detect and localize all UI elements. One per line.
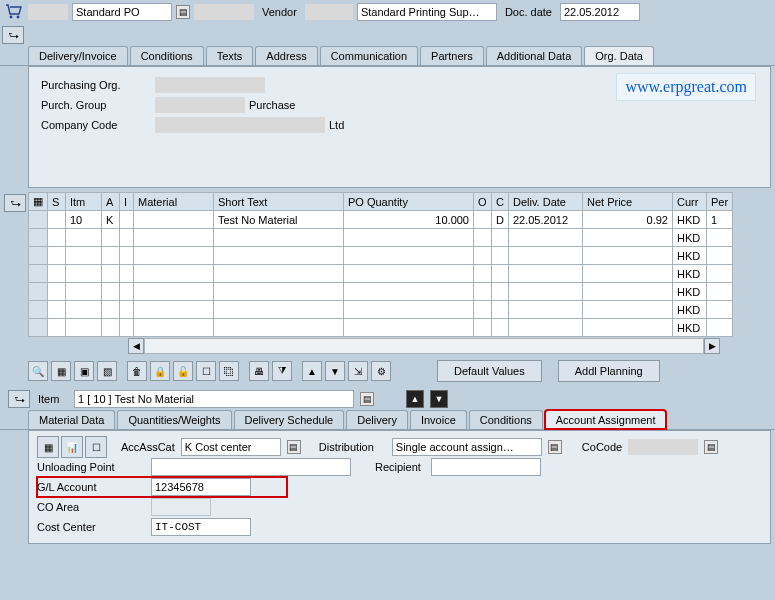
row-select-button[interactable]: [29, 265, 48, 283]
tab-texts[interactable]: Texts: [206, 46, 254, 65]
tab-partners[interactable]: Partners: [420, 46, 484, 65]
delete-icon[interactable]: 🗑: [127, 361, 147, 381]
settings-icon[interactable]: ⚙: [371, 361, 391, 381]
cell[interactable]: HKD: [672, 265, 706, 283]
table-row[interactable]: HKD: [29, 247, 733, 265]
row-select-button[interactable]: [29, 247, 48, 265]
item-grid[interactable]: ▦ S Itm A I Material Short Text PO Quant…: [28, 192, 733, 337]
scroll-right-icon[interactable]: ▶: [704, 338, 720, 354]
vendor-name-input[interactable]: [357, 3, 497, 21]
scroll-left-icon[interactable]: ◀: [128, 338, 144, 354]
lock-icon[interactable]: 🔒: [150, 361, 170, 381]
row-select-button[interactable]: [29, 211, 48, 229]
table-row[interactable]: HKD: [29, 301, 733, 319]
doc-type-input[interactable]: [72, 3, 172, 21]
distribution-input[interactable]: [392, 438, 542, 456]
tab-communication[interactable]: Communication: [320, 46, 418, 65]
cell[interactable]: 10.000: [344, 211, 474, 229]
col-material[interactable]: Material: [134, 193, 214, 211]
addl-planning-button[interactable]: Addl Planning: [558, 360, 660, 382]
item-f4-icon[interactable]: ▤: [360, 392, 374, 406]
cell[interactable]: HKD: [672, 247, 706, 265]
col-deliv-date[interactable]: Deliv. Date: [508, 193, 582, 211]
tab-delivery-schedule[interactable]: Delivery Schedule: [234, 410, 345, 429]
distribution-f4-icon[interactable]: ▤: [548, 440, 562, 454]
collapse-item-detail-icon[interactable]: ⮑: [8, 390, 30, 408]
cell[interactable]: 10: [66, 211, 102, 229]
col-po-qty[interactable]: PO Quantity: [344, 193, 474, 211]
unlock-icon[interactable]: 🔓: [173, 361, 193, 381]
tab-material-data[interactable]: Material Data: [28, 410, 115, 429]
tab-additional-data[interactable]: Additional Data: [486, 46, 583, 65]
co-area-input[interactable]: [151, 498, 211, 516]
table-row[interactable]: 10 K Test No Material 10.000 D 22.05.201…: [29, 211, 733, 229]
col-per[interactable]: Per: [706, 193, 732, 211]
col-curr[interactable]: Curr: [672, 193, 706, 211]
cell[interactable]: HKD: [672, 211, 706, 229]
table-row[interactable]: HKD: [29, 319, 733, 337]
collapse-header-icon[interactable]: ⮑: [2, 26, 24, 44]
cell[interactable]: HKD: [672, 301, 706, 319]
col-o[interactable]: O: [474, 193, 492, 211]
sort-asc-icon[interactable]: ▲: [302, 361, 322, 381]
gl-account-input[interactable]: [151, 478, 251, 496]
row-select-button[interactable]: [29, 283, 48, 301]
accasscat-input[interactable]: [181, 438, 281, 456]
col-net-price[interactable]: Net Price: [582, 193, 672, 211]
item-next-icon[interactable]: ▼: [430, 390, 448, 408]
export-icon[interactable]: ⇲: [348, 361, 368, 381]
deselect-icon[interactable]: ▣: [74, 361, 94, 381]
cell[interactable]: D: [492, 211, 509, 229]
cell[interactable]: K: [102, 211, 120, 229]
expand-icon[interactable]: ▧: [97, 361, 117, 381]
table-row[interactable]: HKD: [29, 229, 733, 247]
row-select-button[interactable]: [29, 229, 48, 247]
col-s[interactable]: S: [48, 193, 66, 211]
cell[interactable]: HKD: [672, 283, 706, 301]
col-a[interactable]: A: [102, 193, 120, 211]
cell[interactable]: 1: [706, 211, 732, 229]
cell[interactable]: [474, 211, 492, 229]
item-select-input[interactable]: [74, 390, 354, 408]
filter-icon[interactable]: ⧩: [272, 361, 292, 381]
collapse-icon[interactable]: ☐: [85, 436, 107, 458]
default-values-button[interactable]: Default Values: [437, 360, 542, 382]
col-itm[interactable]: Itm: [66, 193, 102, 211]
doc-type-f4-icon[interactable]: ▤: [176, 5, 190, 19]
tab-delivery-invoice[interactable]: Delivery/Invoice: [28, 46, 128, 65]
tab-invoice[interactable]: Invoice: [410, 410, 467, 429]
item-prev-icon[interactable]: ▲: [406, 390, 424, 408]
cell[interactable]: 22.05.2012: [508, 211, 582, 229]
cell[interactable]: [120, 211, 134, 229]
cell[interactable]: Test No Material: [214, 211, 344, 229]
find-icon[interactable]: 🔍: [28, 361, 48, 381]
cocode-f4-icon[interactable]: ▤: [704, 440, 718, 454]
print-icon[interactable]: 🖶: [249, 361, 269, 381]
col-select-all[interactable]: ▦: [29, 193, 48, 211]
select-all-icon[interactable]: ▦: [51, 361, 71, 381]
table-row[interactable]: HKD: [29, 283, 733, 301]
tab-account-assignment[interactable]: Account Assignment: [545, 410, 667, 429]
recipient-input[interactable]: [431, 458, 541, 476]
col-c[interactable]: C: [492, 193, 509, 211]
grid-h-scrollbar[interactable]: ◀ ▶: [128, 338, 733, 354]
copy-icon[interactable]: ⿻: [219, 361, 239, 381]
table-row[interactable]: HKD: [29, 265, 733, 283]
cell[interactable]: 0.92: [582, 211, 672, 229]
cell[interactable]: HKD: [672, 319, 706, 337]
unloading-input[interactable]: [151, 458, 351, 476]
tab-conditions[interactable]: Conditions: [130, 46, 204, 65]
tab-org-data[interactable]: Org. Data: [584, 46, 654, 65]
col-i[interactable]: I: [120, 193, 134, 211]
tab-quantities-weights[interactable]: Quantities/Weights: [117, 410, 231, 429]
tab-conditions2[interactable]: Conditions: [469, 410, 543, 429]
table-view-icon[interactable]: ▦: [37, 436, 59, 458]
cell[interactable]: HKD: [672, 229, 706, 247]
row-select-button[interactable]: [29, 319, 48, 337]
sort-desc-icon[interactable]: ▼: [325, 361, 345, 381]
cost-center-input[interactable]: [151, 518, 251, 536]
accasscat-f4-icon[interactable]: ▤: [287, 440, 301, 454]
cell[interactable]: [134, 211, 214, 229]
row-select-button[interactable]: [29, 301, 48, 319]
tab-delivery[interactable]: Delivery: [346, 410, 408, 429]
